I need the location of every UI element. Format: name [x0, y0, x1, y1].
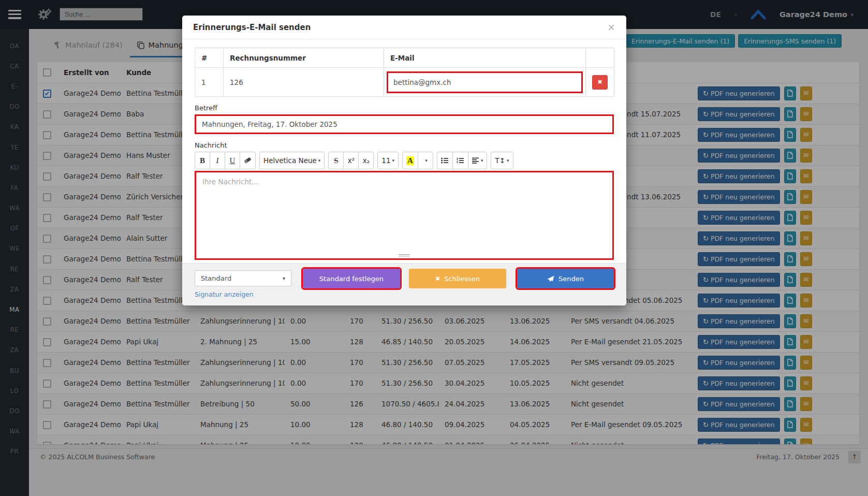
- send-mail-button[interactable]: ✉: [800, 128, 812, 142]
- resize-grip[interactable]: [399, 253, 410, 257]
- settings-gears-icon[interactable]: [38, 8, 52, 21]
- scroll-top-button[interactable]: ↑: [848, 451, 861, 463]
- row-checkbox[interactable]: [43, 214, 51, 222]
- sidebar-item-wa-8[interactable]: WA: [0, 198, 29, 218]
- row-checkbox[interactable]: [43, 235, 51, 243]
- pdf-regenerate-button[interactable]: ↻ PDF neu generieren: [698, 169, 780, 183]
- sidebar-item-za-15[interactable]: ZA: [0, 340, 29, 360]
- send-mail-button[interactable]: ✉: [800, 314, 812, 328]
- underline-button[interactable]: U: [225, 152, 240, 169]
- sidebar-item-ka-4[interactable]: KA: [0, 117, 29, 137]
- sidebar-item-fa-7[interactable]: FA: [0, 178, 29, 198]
- pdf-download-button[interactable]: [784, 397, 796, 411]
- eraser-button[interactable]: [240, 152, 256, 169]
- row-checkbox[interactable]: [43, 297, 51, 305]
- pdf-regenerate-button[interactable]: ↻ PDF neu generieren: [698, 107, 780, 121]
- row-checkbox[interactable]: [43, 110, 51, 119]
- pdf-download-button[interactable]: [784, 86, 796, 100]
- sidebar-item-ca-1[interactable]: CA: [0, 56, 29, 76]
- pdf-download-button[interactable]: [784, 107, 796, 121]
- pdf-download-button[interactable]: [784, 273, 796, 287]
- close-button[interactable]: ✖ Schliessen: [409, 269, 506, 288]
- font-family-button[interactable]: Helvetica Neue▾: [259, 152, 325, 169]
- sidebar-item-za-12[interactable]: ZA: [0, 279, 29, 299]
- pdf-download-button[interactable]: [784, 294, 796, 308]
- pdf-regenerate-button[interactable]: ↻ PDF neu generieren: [698, 314, 780, 328]
- pdf-download-button[interactable]: [784, 335, 796, 349]
- pdf-regenerate-button[interactable]: ↻ PDF neu generieren: [698, 273, 780, 287]
- pdf-download-button[interactable]: [784, 231, 796, 245]
- sidebar-item-ma-13[interactable]: MA: [0, 299, 29, 319]
- account-menu[interactable]: Garage24 Demo▾: [779, 10, 854, 19]
- set-default-button[interactable]: Standard festlegen: [303, 269, 400, 288]
- subject-input[interactable]: [195, 114, 614, 134]
- pdf-regenerate-button[interactable]: ↻ PDF neu generieren: [698, 335, 780, 349]
- pdf-download-button[interactable]: [784, 356, 796, 370]
- send-mail-button[interactable]: ✉: [800, 439, 812, 445]
- send-mail-button[interactable]: ✉: [800, 86, 812, 100]
- pdf-regenerate-button[interactable]: ↻ PDF neu generieren: [698, 356, 780, 370]
- language-selector[interactable]: DE: [710, 10, 721, 19]
- pdf-download-button[interactable]: [784, 314, 796, 328]
- superscript-button[interactable]: x²: [343, 152, 359, 169]
- sidebar-item-re-14[interactable]: RE: [0, 320, 29, 340]
- pdf-download-button[interactable]: [784, 128, 796, 142]
- pdf-download-button[interactable]: [784, 169, 796, 183]
- align-button[interactable]: ▾: [468, 152, 488, 169]
- pdf-download-button[interactable]: [784, 149, 796, 163]
- row-checkbox[interactable]: [43, 172, 51, 181]
- pdf-regenerate-button[interactable]: ↻ PDF neu generieren: [698, 128, 780, 142]
- send-mail-button[interactable]: ✉: [800, 418, 812, 432]
- send-button[interactable]: Senden: [517, 269, 614, 288]
- send-mail-button[interactable]: ✉: [800, 149, 812, 163]
- send-reminder-email-bulk-button[interactable]: Erinnerungs-E-Mail senden (1): [626, 34, 735, 48]
- modal-close-icon[interactable]: ×: [607, 22, 615, 32]
- row-checkbox[interactable]: [43, 380, 51, 388]
- pdf-regenerate-button[interactable]: ↻ PDF neu generieren: [698, 376, 780, 390]
- send-mail-button[interactable]: ✉: [800, 211, 812, 225]
- send-mail-button[interactable]: ✉: [800, 397, 812, 411]
- sidebar-item-wa-19[interactable]: WA: [0, 421, 29, 442]
- row-checkbox[interactable]: [43, 255, 51, 264]
- send-reminder-sms-bulk-button[interactable]: Erinnerungs-SMS senden (1): [738, 34, 842, 48]
- pdf-download-button[interactable]: [784, 190, 796, 204]
- send-mail-button[interactable]: ✉: [800, 273, 812, 287]
- template-select[interactable]: Standard▾: [195, 270, 291, 286]
- menu-icon[interactable]: [8, 10, 21, 19]
- send-mail-button[interactable]: ✉: [800, 376, 812, 390]
- select-all-checkbox[interactable]: [43, 68, 51, 77]
- pdf-regenerate-button[interactable]: ↻ PDF neu generieren: [698, 231, 780, 245]
- sidebar-item-re-11[interactable]: RE: [0, 259, 29, 279]
- pdf-regenerate-button[interactable]: ↻ PDF neu generieren: [698, 294, 780, 308]
- sidebar-item-da-0[interactable]: DA: [0, 36, 29, 56]
- subscript-button[interactable]: x₂: [358, 152, 374, 169]
- strikethrough-button[interactable]: S: [328, 152, 344, 169]
- pdf-regenerate-button[interactable]: ↻ PDF neu generieren: [698, 86, 780, 100]
- highlight-color-button[interactable]: A: [402, 152, 418, 169]
- row-checkbox[interactable]: [43, 338, 51, 346]
- pdf-regenerate-button[interactable]: ↻ PDF neu generieren: [698, 418, 780, 432]
- pdf-download-button[interactable]: [784, 439, 796, 445]
- sidebar-item-we-10[interactable]: WE: [0, 239, 29, 259]
- row-checkbox[interactable]: [43, 400, 51, 409]
- bold-button[interactable]: B: [195, 152, 210, 169]
- pdf-regenerate-button[interactable]: ↻ PDF neu generieren: [698, 211, 780, 225]
- send-mail-button[interactable]: ✉: [800, 294, 812, 308]
- remove-recipient-button[interactable]: ✖: [592, 75, 608, 90]
- send-mail-button[interactable]: ✉: [800, 169, 812, 183]
- row-checkbox[interactable]: [43, 442, 51, 445]
- pdf-regenerate-button[interactable]: ↻ PDF neu generieren: [698, 190, 780, 204]
- line-height-button[interactable]: T↕▾: [491, 152, 513, 169]
- row-checkbox[interactable]: [43, 421, 51, 429]
- search-input[interactable]: [60, 8, 143, 21]
- sidebar-item-pr-20[interactable]: PR: [0, 442, 29, 462]
- row-checkbox[interactable]: [43, 152, 51, 160]
- row-checkbox[interactable]: [43, 359, 51, 367]
- row-checkbox[interactable]: [43, 317, 51, 326]
- send-mail-button[interactable]: ✉: [800, 356, 812, 370]
- font-size-button[interactable]: 11▾: [377, 152, 399, 169]
- sidebar-item-bu-16[interactable]: BU: [0, 360, 29, 381]
- send-mail-button[interactable]: ✉: [800, 252, 812, 266]
- sidebar-item-lo-17[interactable]: LO: [0, 381, 29, 401]
- email-input[interactable]: [387, 71, 583, 93]
